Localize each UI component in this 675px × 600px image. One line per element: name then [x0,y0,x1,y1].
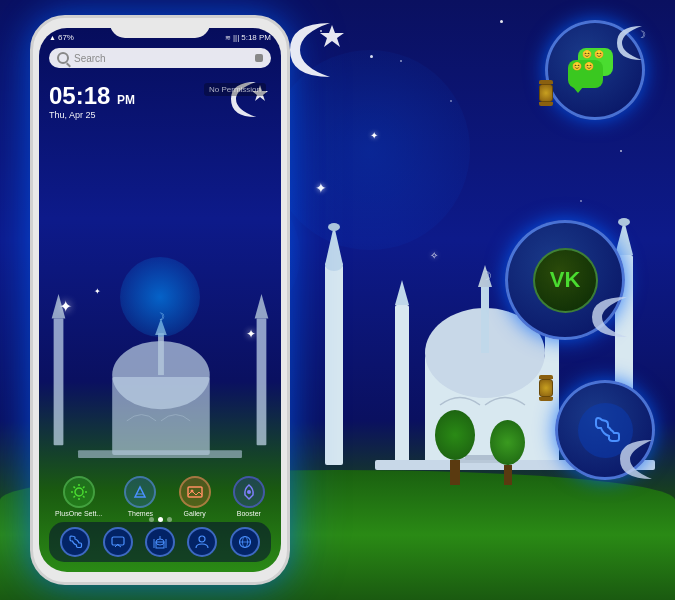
svg-point-35 [247,490,251,494]
sparkle-2: ✦ [370,130,378,141]
no-permission-label: No Permission [204,83,266,96]
booster-label: Booster [237,510,261,517]
main-moon [280,15,350,85]
phone-icons-row: PlusOne Sett... Themes Gallery [39,476,281,517]
clock-time: 05:18 PM [49,84,135,108]
themes-label: Themes [128,510,153,517]
battery-percent: 67% [58,33,74,42]
search-bar[interactable]: Search [49,48,271,68]
phone-dock [49,522,271,562]
svg-rect-21 [54,318,64,445]
svg-point-3 [328,223,340,231]
clock-area: 05:18 PM Thu, Apr 25 [39,72,281,131]
phone-sparkle-1: ✦ [59,297,72,316]
phone-mosque-area: ☽ ✦ ✦ ✦ [39,277,281,477]
mosque-glow [120,257,200,337]
phone-icon-themes[interactable]: Themes [124,476,156,517]
svg-rect-8 [481,285,489,353]
svg-rect-0 [325,265,343,465]
svg-rect-33 [188,487,202,497]
svg-point-15 [618,218,630,226]
clock-date: Thu, Apr 25 [49,110,135,120]
phone-icon-settings[interactable]: PlusOne Sett... [55,476,102,517]
status-right: ≋ ||| 5:18 PM [225,33,271,42]
dock-phone[interactable] [60,527,90,557]
phone-icon-booster[interactable]: Booster [233,476,265,517]
svg-point-31 [75,488,83,496]
gallery-label: Gallery [184,510,206,517]
svg-rect-28 [257,318,267,445]
dock-person[interactable] [187,527,217,557]
phone-notch [110,18,210,38]
dock-mosque[interactable] [145,527,175,557]
lantern-1 [537,80,555,105]
clock-ampm: PM [117,93,135,107]
main-scene: ☽ ✦ ✦ ✧ ☽ 😊 😊 [0,0,675,600]
status-left: ▲ 67% [49,33,74,42]
status-time: 5:18 PM [241,33,271,42]
lantern-3 [537,375,555,400]
vk-bubble[interactable]: VK [505,220,625,340]
tree-2 [490,420,525,485]
wechat-bubble[interactable]: ☽ 😊 😊 😊 😊 [545,20,645,120]
mic-icon [255,54,263,62]
phone-sparkle-3: ✦ [94,287,101,296]
svg-text:☽: ☽ [637,29,646,40]
phone-screen: ▲ 67% ≋ ||| 5:18 PM Search 05:1 [39,28,281,572]
svg-rect-25 [158,333,164,375]
svg-marker-5 [395,280,409,305]
search-placeholder: Search [74,53,250,64]
vk-label: VK [550,267,581,293]
sparkle-3: ✧ [430,250,438,261]
viber-bubble[interactable] [555,380,655,480]
dock-globe[interactable] [230,527,260,557]
signal-bars: ||| [233,33,239,42]
sparkle-1: ✦ [315,180,327,196]
svg-rect-30 [78,450,242,458]
settings-label: PlusOne Sett... [55,510,102,517]
dock-message[interactable] [103,527,133,557]
phone-sparkle-2: ✦ [246,327,256,341]
phone-frame: ▲ 67% ≋ ||| 5:18 PM Search 05:1 [30,15,290,585]
phone-icon-gallery[interactable]: Gallery [179,476,211,517]
svg-point-42 [199,536,205,542]
svg-marker-46 [320,25,344,47]
search-icon [57,52,69,64]
svg-text:☽: ☽ [481,269,492,283]
svg-rect-4 [395,305,409,465]
wechat-icon: 😊 😊 😊 😊 [568,48,623,93]
signal-icon: ▲ [49,34,56,41]
svg-marker-29 [255,294,269,318]
wifi-icon: ≋ [225,34,231,42]
tree-1 [435,410,475,485]
